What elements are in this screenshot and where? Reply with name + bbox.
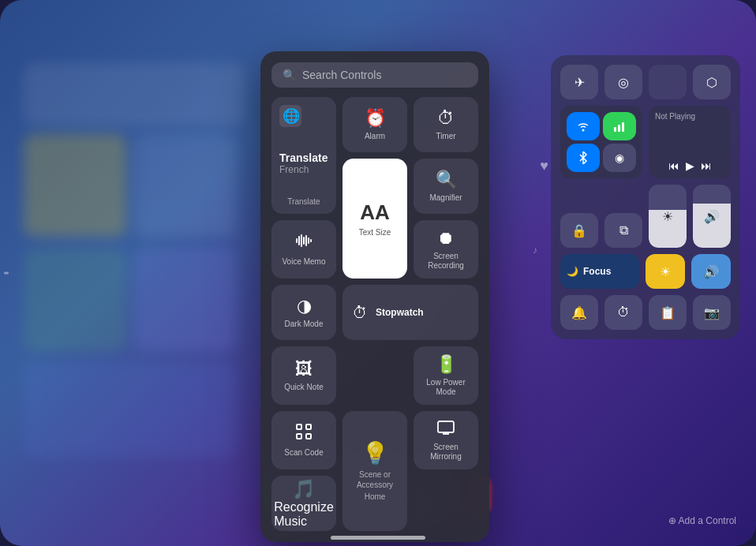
cc-music-controls[interactable]: ⏮ ▶ ⏭ xyxy=(655,159,724,172)
magnifier-control[interactable]: 🔍 Magnifier xyxy=(414,159,478,214)
voice-memo-control[interactable]: Voice Memo xyxy=(271,220,336,279)
cc-signal-button[interactable] xyxy=(603,112,636,140)
alarm-control[interactable]: ⏰ Alarm xyxy=(342,97,407,152)
svg-point-0 xyxy=(582,129,585,132)
svg-rect-13 xyxy=(297,424,301,429)
cc-brightness-slider[interactable]: ☀ xyxy=(649,185,687,248)
cc-timer-button[interactable]: ⏱ xyxy=(604,295,642,330)
scan-code-label: Scan Code xyxy=(284,448,323,458)
cc-bottom-row: 🔔 ⏱ 📋 📷 xyxy=(560,295,731,330)
dark-mode-label: Dark Mode xyxy=(285,320,324,329)
cc-prev-button[interactable]: ⏮ xyxy=(668,159,679,172)
controls-grid: 🌐 Translate French Translate ⏰ Alarm ⏱ T… xyxy=(271,97,478,531)
cc-extra-button[interactable]: ◉ xyxy=(603,144,636,172)
bg-widget-3 xyxy=(134,134,237,237)
stopwatch-control[interactable]: ⏱ Stopwatch xyxy=(342,285,478,340)
translate-sublabel: French xyxy=(279,164,328,175)
cc-focus-label: Focus xyxy=(583,266,611,277)
cc-play-button[interactable]: ▶ xyxy=(686,159,694,172)
dark-mode-control[interactable]: ◑ Dark Mode xyxy=(271,285,336,340)
search-controls-panel: 🔍 Search Controls 🌐 Translate French Tra… xyxy=(260,51,489,542)
cc-airdrop-button[interactable]: ◎ xyxy=(604,65,642,99)
screen-recording-label: ScreenRecording xyxy=(428,252,464,271)
low-power-label: Low PowerMode xyxy=(426,378,465,397)
cc-music-player: Not Playing ⏮ ▶ ⏭ xyxy=(649,106,731,178)
svg-rect-14 xyxy=(306,424,311,429)
translate-label: Translate xyxy=(279,197,328,206)
magnifier-icon: 🔍 xyxy=(436,170,457,190)
svg-rect-2 xyxy=(618,125,620,132)
text-size-control[interactable]: AA Text Size xyxy=(342,159,407,279)
add-control-area[interactable]: ⊕ Add a Control xyxy=(668,515,736,526)
dark-mode-icon: ◑ xyxy=(297,296,312,316)
cc-empty-button xyxy=(649,65,687,99)
text-size-label: Text Size xyxy=(359,228,391,237)
recognize-music-control[interactable]: 🎵 RecognizeMusic xyxy=(271,476,336,531)
stopwatch-label: Stopwatch xyxy=(376,307,424,318)
cc-wifi-button[interactable] xyxy=(567,112,600,140)
control-center-panel: ✈ ◎ ⬡ xyxy=(551,55,740,339)
scene-label: Scene or Accessory xyxy=(342,469,407,490)
screen-recording-control[interactable]: ⏺ ScreenRecording xyxy=(414,220,478,279)
svg-rect-10 xyxy=(305,235,307,246)
cc-airplane-button[interactable]: ✈ xyxy=(560,65,598,99)
svg-rect-1 xyxy=(614,127,616,132)
cc-next-button[interactable]: ⏭ xyxy=(701,159,712,172)
magnifier-label: Magnifier xyxy=(429,193,462,203)
cc-moon-icon: 🌙 xyxy=(567,266,578,277)
bg-widget-6 xyxy=(24,363,237,458)
cc-bell-button[interactable]: 🔔 xyxy=(560,295,598,330)
cc-sun-button[interactable]: ☀ xyxy=(646,254,685,289)
translate-control[interactable]: 🌐 Translate French Translate xyxy=(271,97,336,214)
bg-widget-2 xyxy=(24,134,126,237)
svg-rect-9 xyxy=(303,237,305,245)
add-control-text: ⊕ Add a Control xyxy=(668,515,736,526)
scan-code-icon xyxy=(295,423,313,445)
music-note-decoration: ♪ xyxy=(533,245,537,256)
voice-memo-icon xyxy=(295,232,313,254)
translate-title: Translate xyxy=(279,151,328,164)
cc-airplay-button[interactable]: ⬡ xyxy=(693,65,731,99)
svg-rect-6 xyxy=(296,238,298,243)
cc-row-1: ✈ ◎ ⬡ xyxy=(560,65,731,99)
cc-volume-slider[interactable]: 🔊 xyxy=(693,185,731,248)
home-indicator xyxy=(331,536,425,540)
cc-notes-button[interactable]: 📋 xyxy=(649,295,687,330)
search-bar[interactable]: 🔍 Search Controls xyxy=(271,62,478,88)
shazam-icon: 🎵 xyxy=(292,478,316,500)
svg-text:🌐: 🌐 xyxy=(283,107,301,125)
bg-widget-5 xyxy=(134,249,237,351)
screen-mirroring-control[interactable]: Screen Mirroring xyxy=(414,411,478,469)
timer-icon: ⏱ xyxy=(437,108,455,129)
heart-indicator: ♥ xyxy=(540,158,548,174)
cc-connectivity-cluster: ◉ xyxy=(560,106,642,178)
cc-camera-button[interactable]: 📷 xyxy=(693,295,731,330)
scene-accessory-control[interactable]: 💡 Scene or Accessory Home xyxy=(342,411,407,531)
low-power-control[interactable]: 🔋 Low PowerMode xyxy=(414,346,478,405)
svg-rect-12 xyxy=(310,239,312,242)
scan-code-control[interactable]: Scan Code xyxy=(271,411,336,469)
cc-focus-button[interactable]: 🌙 Focus xyxy=(560,254,639,289)
svg-rect-16 xyxy=(306,434,311,439)
cc-music-title: Not Playing xyxy=(655,112,724,121)
cc-bluetooth-button[interactable] xyxy=(567,144,600,172)
cc-volume-icon-button[interactable]: 🔊 xyxy=(691,254,731,289)
svg-rect-15 xyxy=(297,434,301,439)
low-power-icon: 🔋 xyxy=(436,354,457,375)
ipad-background: ♪ ♥ ✈ ◎ ⬡ xyxy=(0,0,756,546)
scene-icon: 💡 xyxy=(361,440,389,466)
scene-sublabel: Home xyxy=(365,492,386,502)
alarm-label: Alarm xyxy=(365,132,385,141)
bg-widget-4 xyxy=(24,249,126,351)
cc-lock-rotation-button[interactable]: 🔒 xyxy=(560,213,598,248)
timer-control[interactable]: ⏱ Timer xyxy=(414,97,478,152)
screen-recording-icon: ⏺ xyxy=(437,228,455,249)
quick-note-control[interactable]: 🖼 Quick Note xyxy=(271,346,336,405)
screen-mirroring-icon xyxy=(437,419,455,439)
search-icon: 🔍 xyxy=(283,69,296,81)
svg-rect-7 xyxy=(298,236,300,245)
cc-screen-mirror-button[interactable]: ⧉ xyxy=(604,213,642,248)
left-sidebar-indicator xyxy=(4,272,9,275)
timer-label: Timer xyxy=(436,132,455,141)
quick-note-icon: 🖼 xyxy=(295,359,313,380)
